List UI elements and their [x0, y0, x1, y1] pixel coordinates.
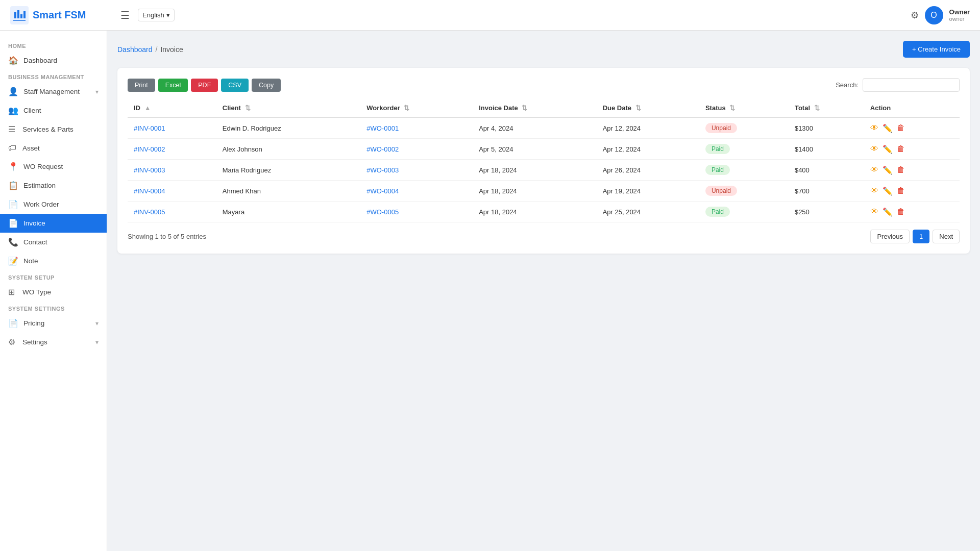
col-total[interactable]: Total ⇅: [789, 99, 864, 117]
cell-total-0: $1300: [789, 117, 864, 139]
delete-icon-4[interactable]: 🗑: [897, 207, 905, 216]
workorder-link-2[interactable]: #WO-0003: [366, 166, 399, 174]
view-icon-0[interactable]: 👁: [870, 123, 878, 133]
action-icons: 👁 ✏️ 🗑: [870, 186, 953, 196]
sidebar-item-note[interactable]: 📝 Note: [0, 252, 107, 270]
cell-due-date-1: Apr 12, 2024: [597, 139, 699, 160]
sidebar-item-invoice[interactable]: 📄 Invoice: [0, 214, 107, 233]
page-1-button[interactable]: 1: [913, 230, 929, 243]
cell-total-2: $400: [789, 160, 864, 181]
edit-icon-4[interactable]: ✏️: [883, 207, 893, 217]
services-icon: ☰: [8, 124, 17, 134]
sidebar-item-dashboard[interactable]: 🏠 Dashboard: [0, 51, 107, 70]
sidebar-item-services-parts[interactable]: ☰ Services & Parts: [0, 120, 107, 139]
sidebar-item-estimation[interactable]: 📋 Estimation: [0, 176, 107, 195]
breadcrumb-dashboard[interactable]: Dashboard: [117, 45, 153, 54]
sidebar-item-label: Asset: [22, 144, 40, 152]
workorder-link-1[interactable]: #WO-0002: [366, 145, 399, 153]
invoice-id-link-3[interactable]: #INV-0004: [134, 187, 165, 195]
sidebar-section-system-setup: System Setup: [0, 270, 107, 283]
cell-invoice-date-2: Apr 18, 2024: [473, 160, 596, 181]
wo-request-icon: 📍: [8, 162, 18, 171]
previous-button[interactable]: Previous: [870, 230, 910, 243]
cell-action-1: 👁 ✏️ 🗑: [864, 139, 960, 160]
next-button[interactable]: Next: [933, 230, 960, 243]
view-icon-4[interactable]: 👁: [870, 207, 878, 216]
sidebar-item-settings[interactable]: ⚙ Settings ▾: [0, 333, 107, 352]
col-due-date[interactable]: Due Date ⇅: [597, 99, 699, 117]
col-status[interactable]: Status ⇅: [699, 99, 789, 117]
col-id[interactable]: ID ▲: [128, 99, 216, 117]
print-button[interactable]: Print: [128, 79, 155, 92]
invoice-id-link-0[interactable]: #INV-0001: [134, 124, 165, 132]
delete-icon-3[interactable]: 🗑: [897, 186, 905, 195]
sidebar-item-work-order[interactable]: 📄 Work Order: [0, 195, 107, 214]
edit-icon-2[interactable]: ✏️: [883, 165, 893, 175]
invoice-id-link-4[interactable]: #INV-0005: [134, 208, 165, 216]
cell-workorder-2: #WO-0003: [360, 160, 473, 181]
layout: Home 🏠 Dashboard Business Management 👤 S…: [0, 31, 980, 551]
csv-button[interactable]: CSV: [221, 79, 249, 92]
sidebar-item-label: WO Request: [23, 163, 63, 170]
sidebar-item-wo-request[interactable]: 📍 WO Request: [0, 157, 107, 176]
cell-id-1: #INV-0002: [128, 139, 216, 160]
wo-type-icon: ⊞: [8, 287, 17, 297]
sidebar-item-client[interactable]: 👥 Client: [0, 101, 107, 120]
invoice-id-link-1[interactable]: #INV-0002: [134, 145, 165, 153]
cell-id-2: #INV-0003: [128, 160, 216, 181]
cell-workorder-0: #WO-0001: [360, 117, 473, 139]
sidebar-item-wo-type[interactable]: ⊞ WO Type: [0, 283, 107, 302]
view-icon-1[interactable]: 👁: [870, 144, 878, 154]
delete-icon-1[interactable]: 🗑: [897, 144, 905, 154]
sidebar-item-staff-management[interactable]: 👤 Staff Management ▾: [0, 82, 107, 101]
note-icon: 📝: [8, 256, 18, 266]
table-footer: Showing 1 to 5 of 5 entries Previous 1 N…: [128, 230, 960, 243]
workorder-link-4[interactable]: #WO-0005: [366, 208, 399, 216]
workorder-link-0[interactable]: #WO-0001: [366, 124, 399, 132]
cell-action-4: 👁 ✏️ 🗑: [864, 202, 960, 222]
asset-icon: 🏷: [8, 143, 17, 153]
work-order-icon: 📄: [8, 199, 18, 209]
edit-icon-1[interactable]: ✏️: [883, 144, 893, 154]
workorder-link-3[interactable]: #WO-0004: [366, 187, 399, 195]
sidebar-item-label: Estimation: [23, 182, 56, 189]
cell-client-1: Alex Johnson: [216, 139, 360, 160]
pdf-button[interactable]: PDF: [191, 79, 218, 92]
edit-icon-0[interactable]: ✏️: [883, 123, 893, 133]
delete-icon-0[interactable]: 🗑: [897, 123, 905, 133]
invoice-table: ID ▲ Client ⇅ Workorder ⇅ Invoice Date ⇅…: [128, 99, 960, 222]
sidebar-item-label: Services & Parts: [22, 126, 74, 133]
sidebar-item-label: Pricing: [23, 319, 44, 327]
sidebar-item-contact[interactable]: 📞 Contact: [0, 233, 107, 252]
cell-invoice-date-1: Apr 5, 2024: [473, 139, 596, 160]
view-icon-3[interactable]: 👁: [870, 186, 878, 195]
col-invoice-date[interactable]: Invoice Date ⇅: [473, 99, 596, 117]
sidebar-item-label: WO Type: [22, 288, 51, 296]
search-input[interactable]: [863, 78, 960, 92]
view-icon-2[interactable]: 👁: [870, 165, 878, 174]
col-workorder[interactable]: Workorder ⇅: [360, 99, 473, 117]
language-selector[interactable]: English ▾: [138, 9, 175, 21]
edit-icon-3[interactable]: ✏️: [883, 186, 893, 196]
cell-client-0: Edwin D. Rodriguez: [216, 117, 360, 139]
col-client[interactable]: Client ⇅: [216, 99, 360, 117]
excel-button[interactable]: Excel: [158, 79, 188, 92]
sidebar-item-label: Settings: [22, 338, 47, 346]
sidebar-item-asset[interactable]: 🏷 Asset: [0, 139, 107, 157]
cell-workorder-1: #WO-0002: [360, 139, 473, 160]
invoice-id-link-2[interactable]: #INV-0003: [134, 166, 165, 174]
cell-status-0: Unpaid: [699, 117, 789, 139]
cell-id-3: #INV-0004: [128, 181, 216, 202]
logo: Smart FSM: [10, 6, 112, 24]
topbar-left: Smart FSM ☰ English ▾: [10, 6, 175, 24]
hamburger-button[interactable]: ☰: [120, 9, 130, 21]
cell-invoice-date-3: Apr 18, 2024: [473, 181, 596, 202]
staff-icon: 👤: [8, 87, 18, 96]
create-invoice-button[interactable]: + Create Invoice: [903, 41, 970, 58]
settings-gear-icon[interactable]: ⚙: [911, 10, 919, 21]
sidebar-item-pricing[interactable]: 📄 Pricing ▾: [0, 314, 107, 333]
delete-icon-2[interactable]: 🗑: [897, 165, 905, 174]
cell-total-3: $700: [789, 181, 864, 202]
copy-button[interactable]: Copy: [252, 79, 281, 92]
invoice-card: Print Excel PDF CSV Copy Search: ID ▲ Cl…: [117, 68, 970, 254]
